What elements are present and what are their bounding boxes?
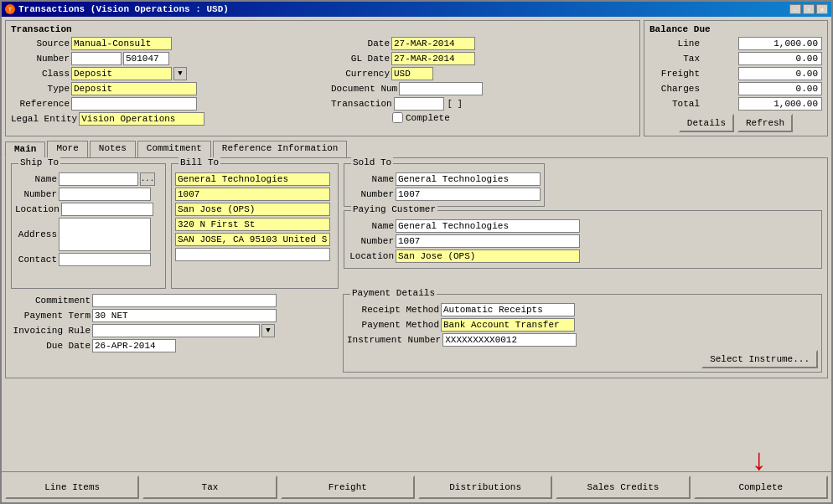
bill-to-value-5[interactable] bbox=[175, 248, 330, 261]
main-content-row: Ship To Name ... Number Location bbox=[11, 163, 822, 289]
class-dropdown-btn[interactable]: ▼ bbox=[173, 67, 187, 80]
doc-num-label: Document Num bbox=[331, 84, 397, 94]
doc-num-input[interactable] bbox=[399, 82, 483, 95]
transaction-num-label: Transaction bbox=[331, 99, 392, 109]
legal-entity-label: Legal Entity bbox=[11, 114, 77, 124]
tab-content: Ship To Name ... Number Location bbox=[5, 157, 828, 378]
number-input[interactable] bbox=[71, 52, 122, 65]
reference-input[interactable] bbox=[71, 97, 197, 111]
tab-commitment[interactable]: Commitment bbox=[137, 141, 211, 157]
ship-location-input[interactable] bbox=[61, 203, 153, 216]
bill-to-value-0[interactable] bbox=[175, 172, 330, 186]
instrument-number-input[interactable] bbox=[442, 333, 577, 347]
paying-number-input[interactable] bbox=[396, 234, 580, 248]
tab-more[interactable]: More bbox=[47, 141, 87, 157]
charges-value[interactable] bbox=[738, 82, 822, 95]
ship-contact-row: Contact bbox=[15, 253, 162, 266]
tab-main[interactable]: Main bbox=[5, 141, 45, 158]
paying-customer-title: Paying Customer bbox=[351, 204, 437, 214]
ship-to-title: Ship To bbox=[18, 157, 60, 167]
commitment-row: Commitment bbox=[11, 294, 338, 307]
title-bar-left: T Transactions (Vision Operations : USD) bbox=[5, 4, 229, 14]
due-date-label: Due Date bbox=[11, 341, 91, 351]
date-input[interactable] bbox=[391, 37, 475, 50]
sold-name-label: Name bbox=[348, 174, 394, 184]
commitment-input[interactable] bbox=[92, 294, 277, 307]
class-row: Class ▼ bbox=[11, 67, 314, 80]
window-title: Transactions (Vision Operations : USD) bbox=[18, 4, 229, 14]
paying-location-label: Location bbox=[348, 251, 394, 261]
total-value[interactable] bbox=[738, 97, 822, 111]
ship-address-input[interactable] bbox=[59, 218, 151, 251]
receipt-method-input[interactable] bbox=[441, 303, 575, 316]
tab-notes[interactable]: Notes bbox=[90, 141, 136, 157]
transaction-num-row: Transaction [ ] bbox=[331, 97, 634, 111]
complete-checkbox[interactable] bbox=[392, 112, 403, 123]
invoicing-rule-dropdown[interactable]: ▼ bbox=[261, 324, 275, 337]
freight-row: Freight bbox=[649, 67, 822, 80]
date-row: Date bbox=[331, 37, 634, 50]
freight-label: Freight bbox=[649, 69, 700, 79]
legal-entity-input[interactable] bbox=[79, 112, 204, 126]
select-instrument-button[interactable]: Select Instrume... bbox=[701, 350, 818, 368]
currency-input[interactable] bbox=[391, 67, 433, 80]
minimize-button[interactable]: – bbox=[789, 4, 801, 14]
line-items-button[interactable]: Line Items bbox=[5, 476, 139, 499]
type-input[interactable] bbox=[71, 82, 197, 95]
tax-row: Tax bbox=[649, 52, 822, 65]
distributions-button[interactable]: Distributions bbox=[418, 476, 552, 499]
gl-date-input[interactable] bbox=[391, 52, 475, 65]
ship-location-label: Location bbox=[15, 204, 60, 214]
bill-to-value-1[interactable] bbox=[175, 188, 330, 201]
ship-to-box: Ship To Name ... Number Location bbox=[11, 163, 166, 289]
ship-number-input[interactable] bbox=[59, 188, 151, 201]
invoicing-rule-input[interactable] bbox=[92, 324, 260, 337]
number-value-input[interactable] bbox=[123, 52, 169, 65]
paying-customer-box: Paying Customer Name Number Location bbox=[344, 210, 822, 269]
type-row: Type bbox=[11, 82, 314, 95]
details-button[interactable]: Details bbox=[679, 114, 734, 132]
transaction-section: Transaction Source Number bbox=[5, 20, 640, 136]
bill-to-title: Bill To bbox=[178, 157, 220, 167]
bill-to-value-2[interactable] bbox=[175, 203, 330, 216]
tax-label: Tax bbox=[649, 54, 700, 64]
source-input[interactable] bbox=[71, 37, 172, 50]
payment-method-label: Payment Method bbox=[347, 320, 439, 330]
freight-value[interactable] bbox=[738, 67, 822, 80]
sold-name-input[interactable] bbox=[396, 172, 541, 186]
right-column: Sold To Name Number Paying Custom bbox=[344, 163, 822, 289]
restore-button[interactable]: ▫ bbox=[803, 4, 815, 14]
paying-location-input[interactable] bbox=[396, 249, 580, 263]
freight-button[interactable]: Freight bbox=[281, 476, 415, 499]
bill-to-value-3[interactable] bbox=[175, 218, 330, 231]
ship-name-label: Name bbox=[15, 174, 57, 184]
balance-buttons: Details Refresh bbox=[649, 114, 822, 132]
close-button[interactable]: ✕ bbox=[816, 4, 828, 14]
ship-contact-input[interactable] bbox=[59, 253, 151, 266]
class-input[interactable] bbox=[71, 67, 172, 80]
complete-button[interactable]: Complete bbox=[694, 476, 828, 499]
payment-method-input[interactable] bbox=[441, 318, 575, 332]
sold-number-input[interactable] bbox=[396, 188, 541, 201]
ship-name-input[interactable] bbox=[59, 172, 138, 186]
payment-term-input[interactable] bbox=[92, 309, 277, 322]
complete-label: Complete bbox=[406, 113, 450, 123]
line-value[interactable] bbox=[738, 37, 822, 50]
tax-button[interactable]: Tax bbox=[142, 476, 277, 499]
window-icon: T bbox=[5, 4, 15, 14]
due-date-input[interactable] bbox=[92, 339, 176, 352]
currency-label: Currency bbox=[331, 69, 390, 79]
refresh-button[interactable]: Refresh bbox=[737, 114, 793, 132]
tax-value[interactable] bbox=[738, 52, 822, 65]
bill-to-value-4[interactable] bbox=[175, 233, 330, 246]
transaction-num-input[interactable] bbox=[394, 97, 444, 111]
main-content: Transaction Source Number bbox=[2, 17, 831, 382]
tab-reference-information[interactable]: Reference Information bbox=[213, 141, 348, 157]
paying-name-input[interactable] bbox=[396, 219, 580, 233]
ship-name-ellipsis[interactable]: ... bbox=[140, 172, 155, 186]
sold-to-title: Sold To bbox=[351, 157, 393, 167]
receipt-method-row: Receipt Method bbox=[347, 303, 818, 316]
sales-credits-button[interactable]: Sales Credits bbox=[556, 476, 690, 499]
reference-row: Reference bbox=[11, 97, 314, 111]
title-bar: T Transactions (Vision Operations : USD)… bbox=[2, 2, 831, 17]
